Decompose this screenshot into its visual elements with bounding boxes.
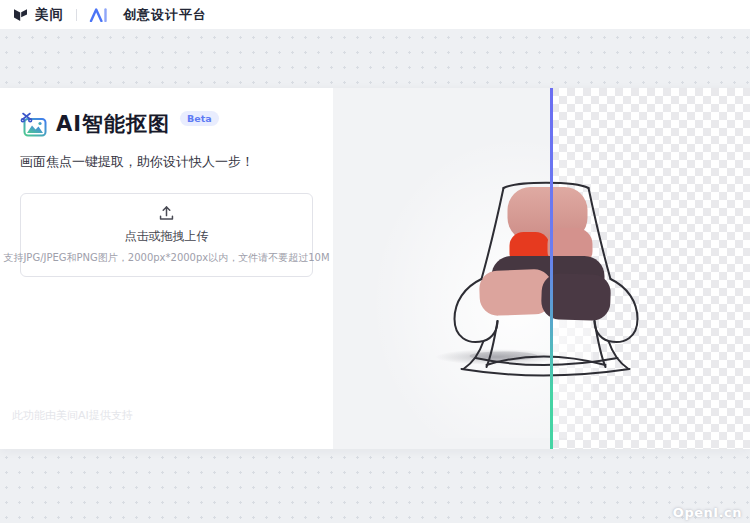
ai-logo-icon — [89, 8, 115, 22]
brand-name: 美间 — [35, 6, 64, 24]
brand-home-link[interactable]: 美间 — [12, 6, 64, 24]
top-navbar: 美间 创意设计平台 — [0, 0, 750, 30]
upload-hint-text: 支持JPG/JPEG和PNG图片，2000px*2000px以内，文件请不要超过… — [3, 251, 329, 265]
beta-badge: Beta — [180, 111, 219, 126]
title-row: AI智能抠图 Beta — [20, 110, 313, 139]
demo-chair-image — [433, 176, 649, 378]
watermark: OpenI.cn — [673, 505, 742, 520]
upload-main-text: 点击或拖拽上传 — [125, 228, 209, 245]
split-divider-line[interactable] — [550, 88, 553, 449]
navbar-divider — [76, 9, 77, 21]
footer-note: 此功能由美间AI提供支持 — [12, 408, 133, 423]
preview-area — [333, 88, 750, 449]
cutout-card: AI智能抠图 Beta 画面焦点一键提取，助你设计快人一步！ 点击或拖拽上传 支… — [0, 88, 750, 449]
platform-title: 创意设计平台 — [123, 6, 207, 24]
upload-icon — [158, 205, 175, 222]
cutout-feature-icon — [20, 111, 48, 139]
control-panel: AI智能抠图 Beta 画面焦点一键提取，助你设计快人一步！ 点击或拖拽上传 支… — [0, 88, 333, 449]
subtitle: 画面焦点一键提取，助你设计快人一步！ — [20, 153, 313, 171]
upload-dropzone[interactable]: 点击或拖拽上传 支持JPG/JPEG和PNG图片，2000px*2000px以内… — [20, 193, 313, 277]
page-background: AI智能抠图 Beta 画面焦点一键提取，助你设计快人一步！ 点击或拖拽上传 支… — [0, 30, 750, 523]
page-title: AI智能抠图 — [56, 110, 170, 138]
meijian-logo-icon — [12, 6, 29, 23]
